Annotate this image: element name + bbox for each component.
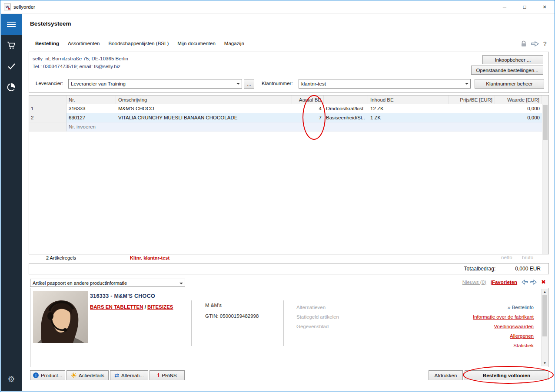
complete-order-button[interactable]: Bestelling voltooien — [465, 370, 548, 380]
chevron-down-icon — [177, 279, 185, 287]
table-row[interactable]: 2 630127 VITALIA CRUNCHY MUESLI BANAAN C… — [29, 113, 548, 122]
cell-qty[interactable]: 4 — [292, 104, 324, 113]
product-button-label: Product... — [41, 373, 62, 378]
close-button[interactable]: ✕ — [535, 0, 555, 13]
cell-nr: 630127 — [66, 113, 116, 122]
inactive-links: Alternatieven Statiegeld artikelen Gegev… — [296, 303, 339, 331]
row-index — [29, 122, 66, 132]
supplier-more-button[interactable]: ... — [244, 79, 254, 89]
table-scrollbar[interactable] — [542, 104, 548, 254]
lock-icon[interactable] — [520, 40, 527, 47]
sidebar-item-statistics[interactable] — [1, 76, 22, 97]
sun-icon — [71, 372, 76, 378]
cell-unit: Basiseenheid/St.. — [324, 113, 368, 122]
cell-value: 0,000 — [495, 104, 542, 113]
total-label: Totaalbedrag: — [464, 266, 496, 272]
cell-unit: Omdoos/krat/kist — [324, 104, 368, 113]
table-row[interactable]: 1 316333 M&M'S CHOCO 4 Omdoos/krat/kist … — [29, 104, 548, 113]
cell-description: VITALIA CRUNCHY MUESLI BANAAN CHOCOLADE — [116, 113, 292, 122]
panel-scrollbar[interactable]: ▲ ▼ — [541, 289, 548, 366]
cell-qty[interactable]: 7 — [292, 113, 324, 122]
history-nav — [522, 280, 537, 285]
prins-icon: i — [157, 372, 160, 379]
sidebar-item-settings[interactable]: ⚙ — [1, 369, 22, 389]
divider — [191, 300, 192, 346]
cell-empty — [368, 122, 449, 132]
supplier-select-value: Leverancier van Training — [71, 81, 234, 86]
tab-bar-icons: ? — [520, 40, 547, 47]
category-link[interactable]: BARS EN TABLETTEN — [90, 304, 143, 310]
tab-bestelling[interactable]: Bestelling — [35, 41, 59, 46]
cell-empty — [495, 122, 542, 132]
minimize-button[interactable]: ─ — [495, 0, 515, 13]
account-box: selly_nl; Bornitzstraße 75; DE-10365 Ber… — [29, 52, 549, 93]
subcategory-link[interactable]: BITESIZES — [147, 304, 173, 310]
customer-number-select[interactable]: klantnr-test — [299, 79, 471, 89]
forward-arrow-icon[interactable] — [531, 41, 539, 47]
scroll-down-icon[interactable]: ▼ — [542, 360, 548, 366]
menu-button[interactable] — [1, 14, 22, 35]
tab-magazijn[interactable]: Magazijn — [224, 41, 244, 46]
entry-row[interactable]: Nr. invoeren — [29, 122, 548, 132]
tab-mijn-documenten[interactable]: Mijn documenten — [177, 41, 216, 46]
sidebar-item-cart[interactable] — [1, 35, 22, 56]
news-link[interactable]: Nieuws (0) — [462, 280, 486, 285]
total-bar: Totaalbedrag: 0,000 EUR — [29, 263, 549, 274]
link-statistiek[interactable]: Statistiek — [473, 341, 534, 350]
product-categories: BARS EN TABLETTEN / BITESIZES — [90, 304, 173, 310]
swap-icon: ⇄ — [114, 372, 119, 379]
cell-price — [449, 104, 495, 113]
cell-content: 12 ZK — [368, 104, 449, 113]
help-icon[interactable]: ? — [543, 40, 547, 47]
tab-assortimenten[interactable]: Assortimenten — [68, 41, 100, 46]
link-bestelinfo[interactable]: » Bestelinfo — [473, 303, 534, 312]
maximize-button[interactable]: □ — [515, 0, 535, 13]
row-index: 2 — [29, 113, 66, 122]
cell-content: 1 ZK — [368, 113, 449, 122]
link-allergenen[interactable]: Allergenen — [473, 331, 534, 341]
action-details-label: Actiedetails — [79, 373, 104, 378]
customer-number-manage-button[interactable]: Klantnummer beheer — [475, 79, 544, 89]
titlebar: W sellyorder ─ □ ✕ — [0, 0, 555, 14]
header-gutter — [29, 96, 66, 104]
chevron-down-icon — [463, 79, 470, 88]
link-voedingswaarden[interactable]: Voedingswaarden — [473, 322, 534, 331]
cell-description: M&M'S CHOCO — [116, 104, 292, 113]
purchase-management-button[interactable]: Inkoopbeheer ... — [482, 55, 543, 64]
table-scrollbar-thumb[interactable] — [543, 105, 548, 140]
divider — [364, 300, 364, 346]
close-panel-icon[interactable]: ✖ — [541, 279, 546, 285]
netto-label: netto — [501, 255, 512, 260]
customer-number-label: Klantnummer: — [262, 81, 293, 86]
action-details-button[interactable]: Actiedetails — [66, 370, 109, 380]
favorites-link[interactable]: |Favorieten — [491, 280, 517, 285]
print-button[interactable]: Afdrukken — [429, 370, 463, 380]
prins-button[interactable]: i PRiNS — [150, 370, 185, 380]
sidebar: ⚙ — [1, 14, 22, 391]
article-number-input[interactable]: Nr. invoeren — [66, 122, 116, 132]
product-gtin: GTIN: 05000159482998 — [205, 313, 259, 319]
inactive-link-statiegeld: Statiegeld artikelen — [296, 312, 339, 322]
column-header-qty: Aantal BE — [292, 96, 324, 104]
nav-back-icon[interactable] — [522, 280, 528, 285]
panel-scrollbar-thumb[interactable] — [542, 295, 547, 336]
category-separator: / — [143, 304, 147, 310]
detail-links: » Bestelinfo Informatie over de fabrikan… — [473, 303, 534, 350]
scroll-up-icon[interactable]: ▲ — [542, 289, 548, 295]
pie-chart-icon — [7, 82, 16, 91]
nav-forward-icon[interactable] — [530, 280, 537, 285]
sidebar-item-orders[interactable] — [1, 56, 22, 76]
product-title: 316333 - M&M'S CHOCO — [90, 293, 155, 299]
chevron-down-icon — [234, 79, 242, 88]
supplier-select[interactable]: Leverancier van Training — [68, 79, 242, 89]
link-fabrikant-info[interactable]: Informatie over de fabrikant — [473, 312, 534, 322]
hamburger-icon — [7, 20, 16, 28]
alternatives-button[interactable]: ⇄ Alternati... — [110, 370, 148, 380]
cell-empty — [116, 122, 292, 132]
open-orders-button[interactable]: Openstaande bestellingen... — [471, 66, 543, 75]
tab-boodschappenlijsten[interactable]: Boodschappenlijsten (BSL) — [108, 41, 169, 46]
product-button[interactable]: ! Product... — [30, 370, 65, 380]
product-info-select[interactable]: Artikel paspoort en andere productinform… — [30, 279, 185, 287]
tab-bar: Bestelling Assortimenten Boodschappenlij… — [35, 41, 244, 46]
table-header-row: Nr. Omschrijving Aantal BE Inhoud BE Pri… — [29, 96, 548, 104]
